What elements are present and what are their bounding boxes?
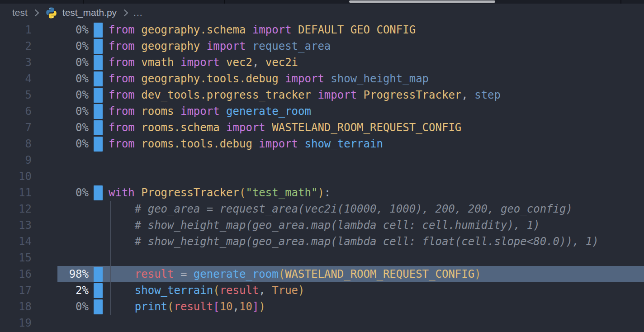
gutter-change-marker[interactable] xyxy=(94,71,103,86)
token-br1: ) xyxy=(474,268,481,280)
line-number[interactable]: 13 xyxy=(0,219,32,232)
token-com: # show_height_map(geo_area.map(lambda ce… xyxy=(135,235,599,248)
token-bool: True xyxy=(272,284,298,297)
code-text[interactable]: from rooms.tools.debug import show_terra… xyxy=(109,138,383,150)
line-number[interactable]: 15 xyxy=(0,251,32,264)
code-line[interactable]: 60%from rooms import generate_room xyxy=(0,103,644,119)
code-line[interactable]: 14 # show_height_map(geo_area.map(lambda… xyxy=(0,233,644,250)
code-line[interactable]: 13 # show_height_map(geo_area.map(lambda… xyxy=(0,217,644,233)
token-num: 10 xyxy=(220,300,233,313)
code-line[interactable]: 50%from dev_tools.progress_tracker impor… xyxy=(0,87,644,103)
code-line[interactable]: 110%with ProgressTracker("test_math"): xyxy=(0,185,644,201)
line-number[interactable]: 8 xyxy=(0,138,32,150)
line-number[interactable]: 14 xyxy=(0,235,32,248)
token-str: "test_math" xyxy=(246,186,317,199)
line-number[interactable]: 10 xyxy=(0,170,32,183)
code-text[interactable]: show_terrain(result, True) xyxy=(109,284,305,297)
line-number[interactable]: 19 xyxy=(0,317,32,329)
code-line[interactable]: 19 xyxy=(0,315,644,331)
code-text[interactable]: with ProgressTracker("test_math"): xyxy=(109,186,331,199)
gutter-change-marker[interactable] xyxy=(94,185,103,200)
code-line[interactable]: 40%from geography.tools.debug import sho… xyxy=(0,71,644,87)
profile-percentage: 2% xyxy=(32,284,89,297)
line-number[interactable]: 2 xyxy=(0,40,32,52)
breadcrumb-file[interactable]: test_math.py xyxy=(62,7,117,18)
gutter-change-marker[interactable] xyxy=(94,283,103,298)
tab-divider xyxy=(224,0,225,4)
code-line[interactable]: 180% print(result[10,10]) xyxy=(0,299,644,315)
line-number[interactable]: 6 xyxy=(0,105,32,118)
code-text[interactable]: result = generate_room(WASTELAND_ROOM_RE… xyxy=(109,268,481,280)
token-mod: WASTELAND_ROOM_REQUEST_CONFIG xyxy=(285,268,474,280)
code-text[interactable]: from geography import request_area xyxy=(109,40,331,52)
profile-percentage: 98% xyxy=(32,268,89,280)
horizontal-scrollbar-thumb[interactable] xyxy=(349,0,495,3)
code-text[interactable]: print(result[10,10]) xyxy=(109,300,265,313)
gutter-change-marker[interactable] xyxy=(94,137,103,152)
line-number[interactable]: 1 xyxy=(0,24,32,36)
code-line[interactable]: 10 xyxy=(0,168,644,185)
line-number[interactable]: 11 xyxy=(0,186,32,199)
code-text[interactable]: # geo_area = request_area(vec2i(10000, 1… xyxy=(109,203,573,215)
token-kw: import xyxy=(285,72,331,85)
gutter-marker-slot xyxy=(94,234,103,249)
code-text[interactable]: from geography.schema import DEFAULT_GEO… xyxy=(109,24,416,36)
profile-percentage: 0% xyxy=(32,40,89,52)
code-text[interactable]: # show_height_map(geo_area.map(lambda ce… xyxy=(109,235,599,248)
code-line[interactable]: 15 xyxy=(0,250,644,266)
token-kw: from xyxy=(109,105,141,118)
token-fnm: request_area xyxy=(252,40,331,52)
gutter-change-marker[interactable] xyxy=(94,267,103,282)
line-number[interactable]: 12 xyxy=(0,203,32,215)
gutter-change-marker[interactable] xyxy=(94,299,103,314)
code-line[interactable]: 172% show_terrain(result, True) xyxy=(0,282,644,299)
tab-bar-strip xyxy=(0,0,644,4)
token-mod: ProgressTracker xyxy=(141,186,239,199)
token-ws xyxy=(109,300,135,313)
code-text[interactable]: from geography.tools.debug import show_h… xyxy=(109,72,429,85)
token-mod: rooms xyxy=(141,105,180,118)
code-line[interactable]: 30%from vmath import vec2, vec2i xyxy=(0,54,644,71)
profile-percentage: 0% xyxy=(32,138,89,150)
code-line[interactable]: 20%from geography import request_area xyxy=(0,38,644,54)
token-kw: import xyxy=(180,105,226,118)
code-line[interactable]: 10%from geography.schema import DEFAULT_… xyxy=(0,22,644,38)
token-kw: from xyxy=(109,56,141,69)
breadcrumb-folder[interactable]: test xyxy=(12,7,28,18)
gutter-change-marker[interactable] xyxy=(94,55,103,70)
line-number[interactable]: 5 xyxy=(0,89,32,101)
code-text[interactable]: from rooms import generate_room xyxy=(109,105,311,118)
breadcrumb: test test_math.py ... xyxy=(0,4,644,22)
gutter-marker-slot xyxy=(94,251,103,266)
token-num: 10 xyxy=(239,300,252,313)
breadcrumb-symbol-ellipsis[interactable]: ... xyxy=(133,7,143,18)
token-mod: vec2i xyxy=(265,56,298,69)
gutter-marker-slot xyxy=(94,202,103,217)
token-br1: ( xyxy=(279,268,285,280)
code-text[interactable]: from dev_tools.progress_tracker import P… xyxy=(109,89,501,101)
gutter-change-marker[interactable] xyxy=(94,23,103,38)
gutter-change-marker[interactable] xyxy=(94,120,103,135)
code-line[interactable]: 1698% result = generate_room(WASTELAND_R… xyxy=(0,266,644,282)
gutter-change-marker[interactable] xyxy=(94,104,103,119)
line-number[interactable]: 18 xyxy=(0,300,32,313)
gutter-change-marker[interactable] xyxy=(94,39,103,54)
line-number[interactable]: 17 xyxy=(0,284,32,297)
token-mod: DEFAULT_GEO_CONFIG xyxy=(298,24,416,36)
code-text[interactable]: # show_height_map(geo_area.map(lambda ce… xyxy=(109,219,540,232)
code-line[interactable]: 70%from rooms.schema import WASTELAND_RO… xyxy=(0,119,644,136)
line-number[interactable]: 9 xyxy=(0,154,32,166)
token-kw: from xyxy=(109,40,141,52)
line-number[interactable]: 7 xyxy=(0,121,32,134)
code-line[interactable]: 12 # geo_area = request_area(vec2i(10000… xyxy=(0,201,644,217)
token-br1: ( xyxy=(213,284,219,297)
line-number[interactable]: 3 xyxy=(0,56,32,69)
code-line[interactable]: 80%from rooms.tools.debug import show_te… xyxy=(0,136,644,152)
line-number[interactable]: 16 xyxy=(0,268,32,280)
code-text[interactable]: from vmath import vec2, vec2i xyxy=(109,56,298,69)
code-line[interactable]: 9 xyxy=(0,152,644,168)
code-text[interactable]: from rooms.schema import WASTELAND_ROOM_… xyxy=(109,121,461,134)
line-number[interactable]: 4 xyxy=(0,72,32,85)
token-kw: from xyxy=(109,89,141,101)
gutter-change-marker[interactable] xyxy=(94,88,103,103)
